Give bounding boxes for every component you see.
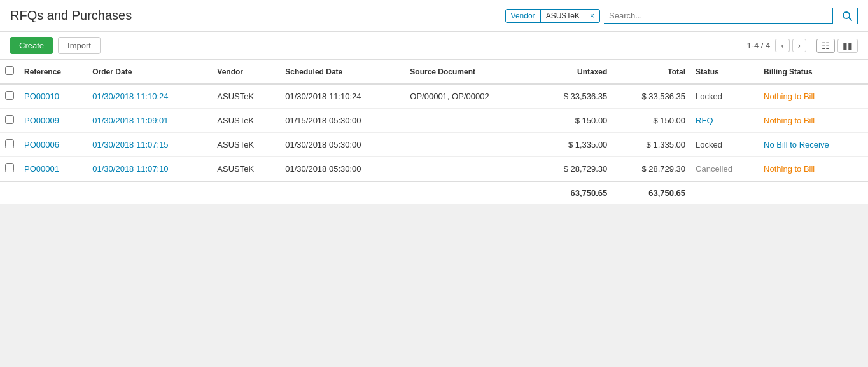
col-total[interactable]: Total [612,60,690,84]
svg-line-1 [849,18,851,20]
row-total: $ 33,536.35 [612,84,690,109]
row-checkbox[interactable] [5,115,14,124]
row-status: Cancelled [690,157,759,182]
col-source-document[interactable]: Source Document [405,60,534,84]
col-status[interactable]: Status [690,60,759,84]
page-title: RFQs and Purchases [10,8,132,23]
row-total: $ 150.00 [612,109,690,133]
prev-page-button[interactable]: ‹ [775,39,789,52]
pagination-range: 1-4 / 4 [746,41,770,50]
row-billing-status: Nothing to Bill [759,84,868,109]
vendor-filter: Vendor ASUSTeK × [505,9,600,23]
totals-row: 63,750.65 63,750.65 [0,181,868,204]
table-header-row: Reference Order Date Vendor Scheduled Da… [0,60,868,84]
table-row: PO0000101/30/2018 11:07:10ASUSTeK01/30/2… [0,157,868,182]
row-untaxed: $ 33,536.35 [535,84,613,109]
row-untaxed: $ 28,729.30 [535,157,613,182]
row-vendor: ASUSTeK [212,157,280,182]
top-bar: RFQs and Purchases Vendor ASUSTeK × [0,0,868,32]
purchases-table: Reference Order Date Vendor Scheduled Da… [0,60,868,204]
row-reference[interactable]: PO00009 [19,109,87,133]
row-source-document: OP/00001, OP/00002 [405,84,534,109]
row-scheduled-date: 01/30/2018 11:10:24 [280,84,405,109]
row-total: $ 1,335.00 [612,133,690,157]
next-page-button[interactable]: › [792,39,806,52]
row-vendor: ASUSTeK [212,133,280,157]
row-vendor: ASUSTeK [212,109,280,133]
vendor-filter-label: Vendor [506,10,541,22]
chart-view-button[interactable]: ▮▮ [837,39,858,53]
row-checkbox-cell[interactable] [0,133,19,157]
pagination: 1-4 / 4 ‹ › ☷ ▮▮ [746,39,858,53]
row-untaxed: $ 150.00 [535,109,613,133]
vendor-filter-value: ASUSTeK [541,10,585,22]
import-button[interactable]: Import [58,37,101,54]
row-checkbox-cell[interactable] [0,157,19,182]
totals-end [690,181,868,204]
col-reference[interactable]: Reference [19,60,87,84]
table-row: PO0000601/30/2018 11:07:15ASUSTeK01/30/2… [0,133,868,157]
row-billing-status: No Bill to Receive [759,133,868,157]
table-row: PO0000901/30/2018 11:09:01ASUSTeK01/15/2… [0,109,868,133]
list-view-button[interactable]: ☷ [816,39,835,53]
totals-spacer [0,181,535,204]
table-container: Reference Order Date Vendor Scheduled Da… [0,60,868,204]
filter-bar: Vendor ASUSTeK × [505,8,858,24]
table-row: PO0001001/30/2018 11:10:24ASUSTeK01/30/2… [0,84,868,109]
row-total: $ 28,729.30 [612,157,690,182]
row-billing-status: Nothing to Bill [759,109,868,133]
col-scheduled-date[interactable]: Scheduled Date [280,60,405,84]
totals-total: 63,750.65 [612,181,690,204]
view-toggle: ☷ ▮▮ [816,39,858,53]
create-button[interactable]: Create [10,37,53,54]
row-order-date[interactable]: 01/30/2018 11:07:15 [87,133,212,157]
row-scheduled-date: 01/15/2018 05:30:00 [280,109,405,133]
search-button[interactable] [837,8,858,24]
row-source-document [405,109,534,133]
row-untaxed: $ 1,335.00 [535,133,613,157]
row-order-date[interactable]: 01/30/2018 11:10:24 [87,84,212,109]
search-icon [842,11,852,21]
select-all-checkbox[interactable] [5,66,14,75]
search-input[interactable] [604,8,833,24]
row-scheduled-date: 01/30/2018 05:30:00 [280,157,405,182]
row-status: Locked [690,84,759,109]
row-order-date[interactable]: 01/30/2018 11:07:10 [87,157,212,182]
footer-empty [0,204,868,357]
row-status: Locked [690,133,759,157]
row-reference[interactable]: PO00006 [19,133,87,157]
list-view-icon: ☷ [822,41,830,51]
row-checkbox-cell[interactable] [0,109,19,133]
col-vendor[interactable]: Vendor [212,60,280,84]
row-checkbox[interactable] [5,139,14,148]
row-reference[interactable]: PO00010 [19,84,87,109]
row-checkbox[interactable] [5,163,14,172]
row-billing-status: Nothing to Bill [759,157,868,182]
row-source-document [405,157,534,182]
action-bar: Create Import 1-4 / 4 ‹ › ☷ ▮▮ [0,32,868,60]
chart-view-icon: ▮▮ [843,41,853,51]
vendor-filter-remove[interactable]: × [585,10,599,22]
col-order-date[interactable]: Order Date [87,60,212,84]
pagination-nav: ‹ › [775,39,806,52]
row-order-date[interactable]: 01/30/2018 11:09:01 [87,109,212,133]
row-checkbox-cell[interactable] [0,84,19,109]
col-untaxed[interactable]: Untaxed [535,60,613,84]
row-checkbox[interactable] [5,91,14,100]
row-reference[interactable]: PO00001 [19,157,87,182]
row-status: RFQ [690,109,759,133]
row-scheduled-date: 01/30/2018 05:30:00 [280,133,405,157]
select-all-header[interactable] [0,60,19,84]
col-billing-status[interactable]: Billing Status [759,60,868,84]
totals-untaxed: 63,750.65 [535,181,613,204]
row-vendor: ASUSTeK [212,84,280,109]
row-source-document [405,133,534,157]
